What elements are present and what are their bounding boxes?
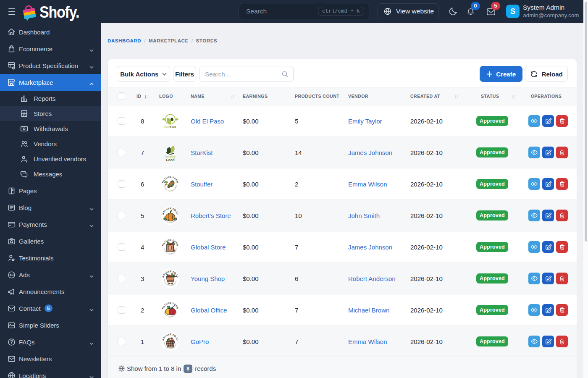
svg-text:Food: Food xyxy=(170,126,176,128)
svg-text:Food: Food xyxy=(166,158,174,162)
svg-text:AD: AD xyxy=(9,273,13,276)
